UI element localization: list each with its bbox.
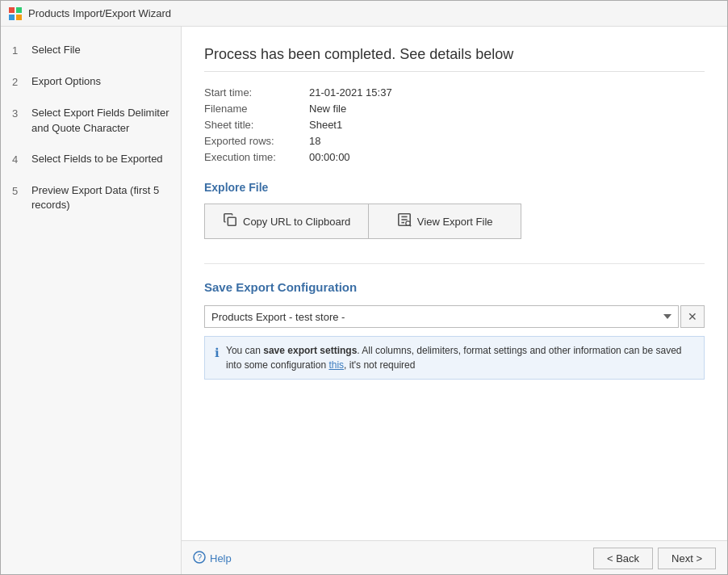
- process-title: Process has been completed. See details …: [204, 46, 705, 72]
- title-bar-text: Products Import/Export Wizard: [28, 7, 171, 19]
- svg-rect-2: [9, 15, 15, 20]
- detail-row-4: Execution time: 00:00:00: [204, 151, 705, 163]
- save-section: Save Export Configuration Products Expor…: [204, 263, 705, 380]
- sidebar-num-3: 3: [12, 106, 23, 121]
- svg-rect-1: [16, 7, 22, 13]
- sidebar-num-5: 5: [12, 183, 23, 199]
- title-bar: Products Import/Export Wizard: [1, 1, 727, 27]
- copy-url-button[interactable]: Copy URL to Clipboard: [204, 204, 368, 239]
- view-export-button[interactable]: View Export File: [368, 204, 521, 239]
- detail-label-2: Sheet title:: [204, 119, 309, 131]
- config-row: Products Export - test store - ✕: [204, 305, 705, 328]
- footer-buttons: < Back Next >: [593, 548, 716, 569]
- detail-label-4: Execution time:: [204, 151, 309, 163]
- save-title: Save Export Configuration: [204, 280, 705, 294]
- copy-icon: [223, 212, 237, 230]
- info-text: You can save export settings. All column…: [226, 343, 694, 372]
- sidebar-item-delimiter[interactable]: 3 Select Export Fields Delimiter and Quo…: [1, 98, 181, 143]
- detail-label-3: Exported rows:: [204, 135, 309, 147]
- detail-value-2: Sheet1: [309, 119, 342, 131]
- detail-value-1: New file: [309, 103, 346, 115]
- copy-url-label: Copy URL to Clipboard: [243, 216, 350, 228]
- svg-rect-0: [9, 7, 15, 13]
- explore-buttons: Copy URL to Clipboard View Export File: [204, 204, 705, 239]
- detail-label-1: Filename: [204, 103, 309, 115]
- config-close-button[interactable]: ✕: [680, 305, 705, 328]
- explore-title: Explore File: [204, 181, 705, 194]
- help-circle-icon: ?: [193, 551, 206, 566]
- detail-value-0: 21-01-2021 15:37: [309, 86, 392, 99]
- view-icon: [397, 212, 412, 230]
- svg-rect-3: [16, 15, 22, 20]
- detail-value-3: 18: [309, 135, 320, 147]
- content-area: Process has been completed. See details …: [182, 27, 727, 575]
- footer-help[interactable]: ? Help: [193, 551, 232, 566]
- detail-row-3: Exported rows: 18: [204, 135, 705, 147]
- help-label: Help: [210, 552, 232, 565]
- sidebar-label-4: Select Fields to be Exported: [31, 152, 163, 166]
- detail-row-2: Sheet title: Sheet1: [204, 119, 705, 131]
- sidebar-item-select-file[interactable]: 1 Select File: [1, 35, 181, 66]
- info-icon: ℹ: [215, 344, 220, 363]
- info-bold: save export settings: [263, 345, 357, 356]
- sidebar-num-1: 1: [12, 43, 23, 58]
- sidebar-num-4: 4: [12, 152, 23, 167]
- sidebar-item-export-options[interactable]: 2 Export Options: [1, 66, 181, 98]
- footer-bar: ? Help < Back Next >: [182, 540, 727, 575]
- svg-text:?: ?: [198, 553, 203, 562]
- sidebar-num-2: 2: [12, 74, 23, 90]
- info-link[interactable]: this: [328, 359, 344, 371]
- wizard-icon: [9, 7, 22, 20]
- sidebar-item-fields[interactable]: 4 Select Fields to be Exported: [1, 144, 181, 175]
- detail-row-1: Filename New file: [204, 103, 705, 115]
- details-table: Start time: 21-01-2021 15:37 Filename Ne…: [204, 86, 705, 163]
- sidebar: 1 Select File 2 Export Options 3 Select …: [1, 27, 182, 575]
- view-export-label: View Export File: [417, 216, 493, 228]
- sidebar-label-3: Select Export Fields Delimiter and Quote…: [31, 106, 169, 135]
- next-button[interactable]: Next >: [658, 548, 716, 569]
- detail-row-0: Start time: 21-01-2021 15:37: [204, 86, 705, 99]
- info-end: , it's not required: [344, 359, 415, 371]
- svg-rect-4: [228, 217, 236, 225]
- config-select[interactable]: Products Export - test store -: [204, 305, 679, 328]
- info-box: ℹ You can save export settings. All colu…: [204, 336, 705, 380]
- back-button[interactable]: < Back: [593, 548, 653, 569]
- sidebar-item-preview[interactable]: 5 Preview Export Data (first 5 records): [1, 175, 181, 220]
- sidebar-label-2: Export Options: [31, 74, 101, 89]
- detail-label-0: Start time:: [204, 86, 309, 99]
- detail-value-4: 00:00:00: [309, 151, 350, 163]
- sidebar-label-5: Preview Export Data (first 5 records): [31, 183, 169, 212]
- sidebar-label-1: Select File: [31, 43, 81, 57]
